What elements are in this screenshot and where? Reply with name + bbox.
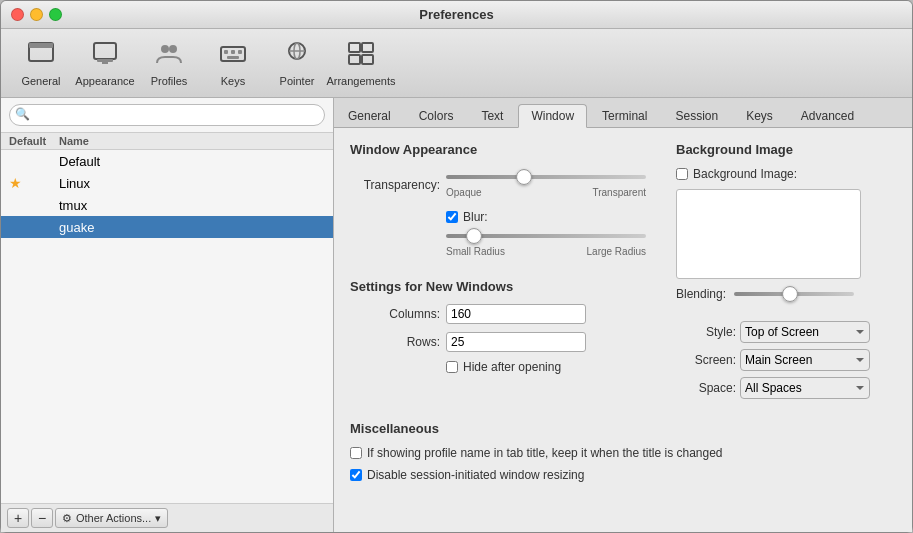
toolbar-item-profiles[interactable]: Profiles: [139, 35, 199, 91]
svg-rect-4: [102, 62, 108, 64]
toolbar-item-general[interactable]: General: [11, 35, 71, 91]
rows-row: Rows:: [350, 332, 646, 352]
col-name-header: Name: [59, 135, 325, 147]
close-button[interactable]: [11, 8, 24, 21]
rows-label: Rows:: [350, 335, 440, 349]
screen-dropdown[interactable]: Main Screen Screen 1 Screen 2: [740, 349, 870, 371]
blending-thumb[interactable]: [782, 286, 798, 302]
keys-label: Keys: [221, 75, 245, 87]
svg-point-5: [161, 45, 169, 53]
toolbar-item-pointer[interactable]: Pointer: [267, 35, 327, 91]
blur-checkbox[interactable]: [446, 211, 458, 223]
tab-session[interactable]: Session: [662, 104, 731, 127]
svg-rect-15: [349, 43, 360, 52]
profile-name-misc-label: If showing profile name in tab title, ke…: [367, 446, 723, 460]
list-item[interactable]: tmux: [1, 194, 333, 216]
preferences-window: Preferences General Appearance: [0, 0, 913, 533]
left-panel: 🔍 Default Name Default ★ Linux: [1, 98, 334, 532]
arrangements-icon: [347, 39, 375, 73]
columns-row: Columns:: [350, 304, 646, 324]
new-windows-section: Settings for New Windows Columns: Rows:: [350, 279, 646, 374]
bg-image-checkbox[interactable]: [676, 168, 688, 180]
svg-rect-17: [349, 55, 360, 64]
transparency-row: Transparency: Opaque Transparent: [350, 167, 646, 202]
hide-after-opening-checkbox[interactable]: [446, 361, 458, 373]
svg-rect-9: [231, 50, 235, 54]
traffic-lights: [11, 8, 62, 21]
maximize-button[interactable]: [49, 8, 62, 21]
rows-input[interactable]: [446, 332, 586, 352]
miscellaneous-section: Miscellaneous If showing profile name in…: [350, 421, 896, 482]
toolbar-item-arrangements[interactable]: Arrangements: [331, 35, 391, 91]
list-item[interactable]: ★ Linux: [1, 172, 333, 194]
add-profile-button[interactable]: +: [7, 508, 29, 528]
transparent-label: Transparent: [592, 187, 646, 198]
blur-thumb[interactable]: [466, 228, 482, 244]
small-radius-label: Small Radius: [446, 246, 505, 257]
tab-general[interactable]: General: [335, 104, 404, 127]
settings-top-row: Window Appearance Transparency: Opaque T…: [350, 142, 896, 405]
search-input[interactable]: [9, 104, 325, 126]
blur-track: [446, 234, 646, 238]
tab-advanced[interactable]: Advanced: [788, 104, 867, 127]
svg-rect-2: [94, 43, 116, 59]
transparency-label: Transparency:: [350, 178, 440, 192]
blur-slider-row: Small Radius Large Radius: [350, 226, 646, 261]
transparency-thumb[interactable]: [516, 169, 532, 185]
blur-row: Blur:: [446, 210, 646, 224]
appearance-label: Appearance: [75, 75, 134, 87]
tab-text[interactable]: Text: [468, 104, 516, 127]
col-default-header: Default: [9, 135, 59, 147]
settings-content: Window Appearance Transparency: Opaque T…: [334, 128, 912, 532]
search-bar: 🔍: [1, 98, 333, 133]
title-bar: Preferences: [1, 1, 912, 29]
left-bottom-bar: + − ⚙ Other Actions... ▾: [1, 503, 333, 532]
list-item[interactable]: Default: [1, 150, 333, 172]
pointer-label: Pointer: [280, 75, 315, 87]
svg-rect-3: [97, 59, 113, 62]
background-image-preview: [676, 189, 861, 279]
blending-label: Blending:: [676, 287, 726, 301]
screen-row: Screen: Main Screen Screen 1 Screen 2: [676, 349, 896, 371]
main-content: 🔍 Default Name Default ★ Linux: [1, 98, 912, 532]
large-radius-label: Large Radius: [587, 246, 646, 257]
list-item[interactable]: guake: [1, 216, 333, 238]
blur-slider-container: Small Radius Large Radius: [446, 226, 646, 257]
tab-window[interactable]: Window: [518, 104, 587, 128]
toolbar-item-keys[interactable]: Keys: [203, 35, 263, 91]
profile-name: tmux: [59, 198, 325, 213]
misc-title: Miscellaneous: [350, 421, 896, 436]
svg-rect-8: [224, 50, 228, 54]
toolbar: General Appearance Profiles: [1, 29, 912, 98]
new-windows-title: Settings for New Windows: [350, 279, 646, 294]
remove-profile-button[interactable]: −: [31, 508, 53, 528]
profile-name: Default: [59, 154, 325, 169]
pointer-icon: [283, 39, 311, 73]
style-dropdown[interactable]: Top of Screen Full Screen No Title Bar C…: [740, 321, 870, 343]
disable-resize-checkbox[interactable]: [350, 469, 362, 481]
svg-point-6: [169, 45, 177, 53]
left-settings-col: Window Appearance Transparency: Opaque T…: [350, 142, 646, 405]
right-panel: General Colors Text Window Terminal Sess…: [334, 98, 912, 532]
profile-name: Linux: [59, 176, 325, 191]
columns-input[interactable]: [446, 304, 586, 324]
transparency-track: [446, 175, 646, 179]
minimize-button[interactable]: [30, 8, 43, 21]
chevron-down-icon: ▾: [155, 512, 161, 525]
tab-keys[interactable]: Keys: [733, 104, 786, 127]
style-label: Style:: [676, 325, 736, 339]
toolbar-item-appearance[interactable]: Appearance: [75, 35, 135, 91]
profile-name-checkbox[interactable]: [350, 447, 362, 459]
bg-image-label: Background Image:: [693, 167, 797, 181]
space-dropdown[interactable]: All Spaces Current Space: [740, 377, 870, 399]
tab-colors[interactable]: Colors: [406, 104, 467, 127]
general-icon: [27, 39, 55, 73]
tab-terminal[interactable]: Terminal: [589, 104, 660, 127]
bg-image-checkbox-row: Background Image:: [676, 167, 896, 181]
other-actions-button[interactable]: ⚙ Other Actions... ▾: [55, 508, 168, 528]
disable-resize-label: Disable session-initiated window resizin…: [367, 468, 584, 482]
appearance-icon: [91, 39, 119, 73]
right-settings-col: Background Image Background Image: Blend…: [676, 142, 896, 405]
blur-label: Blur:: [463, 210, 488, 224]
profiles-label: Profiles: [151, 75, 188, 87]
